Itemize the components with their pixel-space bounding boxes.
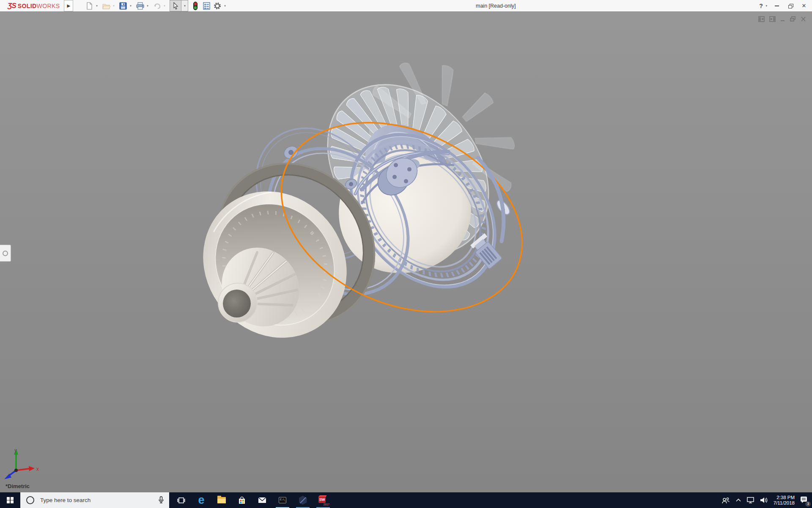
select-tool-group: ▾ — [170, 0, 188, 11]
taskbar-item-edge[interactable]: e — [191, 492, 211, 508]
store-icon — [238, 497, 246, 504]
chevron-up-icon[interactable] — [735, 498, 741, 502]
restore-icon — [788, 4, 793, 8]
solidworks-2017-icon: SW 2017 — [318, 496, 328, 505]
new-document-dropdown[interactable]: ▾ — [94, 1, 99, 11]
windows-logo-icon — [7, 497, 14, 504]
open-folder-icon — [102, 2, 110, 10]
jet-engine-model[interactable] — [173, 33, 552, 367]
flyout-arrow-icon: ▶ — [67, 3, 71, 8]
volume-icon[interactable] — [760, 497, 768, 503]
action-center-button[interactable]: 3 — [800, 496, 808, 505]
taskbar-item-solidworks-2017[interactable]: SW 2017 — [313, 492, 333, 508]
mail-icon — [258, 497, 266, 503]
panel-tab-dot-icon — [3, 251, 8, 256]
pane-collapse-left-icon[interactable] — [758, 16, 765, 22]
task-view-icon — [177, 497, 185, 504]
menu-flyout-button[interactable]: ▶ — [64, 0, 73, 11]
undo-arrow-icon — [153, 2, 161, 10]
taskbar-item-command-prompt[interactable]: C:\_ — [272, 492, 293, 508]
open-dropdown[interactable]: ▾ — [111, 1, 116, 11]
help-button[interactable]: ? — [757, 2, 765, 10]
clock-time: 2:38 PM — [774, 495, 795, 500]
network-icon[interactable] — [747, 497, 754, 503]
select-tool-button[interactable] — [170, 0, 181, 11]
pane-collapse-right-icon[interactable] — [769, 16, 776, 22]
orientation-triad: x y — [1, 447, 47, 483]
microphone-icon[interactable] — [158, 496, 164, 504]
solidworks-logo-mark-icon: ƷS — [8, 2, 16, 10]
undo-dropdown[interactable]: ▾ — [162, 1, 167, 11]
properties-list-icon — [203, 2, 210, 10]
select-tool-dropdown[interactable]: ▾ — [181, 0, 188, 11]
titlebar: ƷS SOLID WORKS ▶ ▾ ▾ — [0, 0, 812, 12]
document-minimize-icon[interactable] — [780, 16, 785, 22]
restore-button[interactable] — [787, 2, 794, 10]
properties-list-button[interactable] — [201, 1, 211, 11]
collapsed-panel-tab[interactable] — [0, 245, 11, 262]
brand-name-bold: SOLID — [18, 3, 37, 9]
save-floppy-icon — [119, 2, 127, 10]
undo-button[interactable] — [152, 1, 162, 11]
print-button[interactable] — [135, 1, 145, 11]
people-icon[interactable] — [721, 497, 730, 504]
file-explorer-icon — [217, 497, 226, 503]
document-restore-icon[interactable] — [790, 16, 796, 22]
document-title: main [Read-only] — [476, 3, 516, 9]
taskbar-item-mail[interactable] — [252, 492, 272, 508]
search-input[interactable] — [39, 497, 147, 504]
brand-name-light: WORKS — [37, 3, 60, 9]
clock-date: 7/11/2018 — [774, 500, 795, 506]
minimize-button[interactable] — [773, 2, 781, 10]
printer-icon — [136, 2, 144, 10]
minimize-icon — [775, 6, 779, 6]
notification-badge: 3 — [805, 501, 811, 507]
cursor-arrow-icon — [172, 2, 179, 10]
open-button[interactable] — [101, 1, 111, 11]
start-button[interactable] — [0, 492, 20, 508]
engine-model-canvas[interactable] — [0, 12, 812, 492]
taskbar-item-file-explorer[interactable] — [211, 492, 232, 508]
options-button[interactable] — [212, 1, 222, 11]
standard-toolbar: ▾ ▾ ▾ ▾ — [83, 0, 228, 11]
taskbar-apps: e C:\_ — [171, 492, 333, 508]
task-view-button[interactable] — [171, 492, 191, 508]
traffic-light-button[interactable] — [190, 1, 200, 11]
print-dropdown[interactable]: ▾ — [145, 1, 150, 11]
system-tray: 2:38 PM 7/11/2018 3 — [721, 492, 812, 508]
command-prompt-icon: C:\_ — [279, 497, 286, 503]
taskbar-clock[interactable]: 2:38 PM 7/11/2018 — [774, 495, 795, 506]
taskbar-search[interactable] — [20, 492, 169, 508]
view-orientation-label: *Dimetric — [5, 483, 30, 489]
close-button[interactable]: ✕ — [800, 2, 808, 10]
solidworks-logo: ƷS SOLID WORKS — [8, 2, 60, 10]
triad-y-label: y — [14, 447, 17, 453]
traffic-light-icon — [193, 2, 198, 10]
cortana-icon — [26, 496, 34, 504]
new-document-icon — [85, 2, 93, 10]
taskbar-item-store[interactable] — [232, 492, 252, 508]
graphics-viewport[interactable]: x y *Dimetric — [0, 12, 812, 492]
triad-x-label: x — [36, 466, 39, 472]
solidworks-year-label: 2017 — [324, 503, 329, 506]
viewport-pane-controls — [758, 16, 806, 22]
save-button[interactable] — [118, 1, 128, 11]
edge-icon: e — [198, 494, 204, 506]
options-dropdown[interactable]: ▾ — [222, 1, 227, 11]
taskbar-item-hexagon-app[interactable] — [293, 492, 313, 508]
window-controls: ? ▾ ✕ — [757, 0, 808, 11]
help-dropdown[interactable]: ▾ — [765, 4, 767, 8]
document-close-icon[interactable] — [801, 16, 806, 22]
gear-icon — [213, 2, 222, 10]
hexagon-app-icon — [299, 496, 307, 505]
new-document-button[interactable] — [84, 1, 94, 11]
save-dropdown[interactable]: ▾ — [128, 1, 133, 11]
windows-taskbar: e C:\_ — [0, 492, 812, 508]
